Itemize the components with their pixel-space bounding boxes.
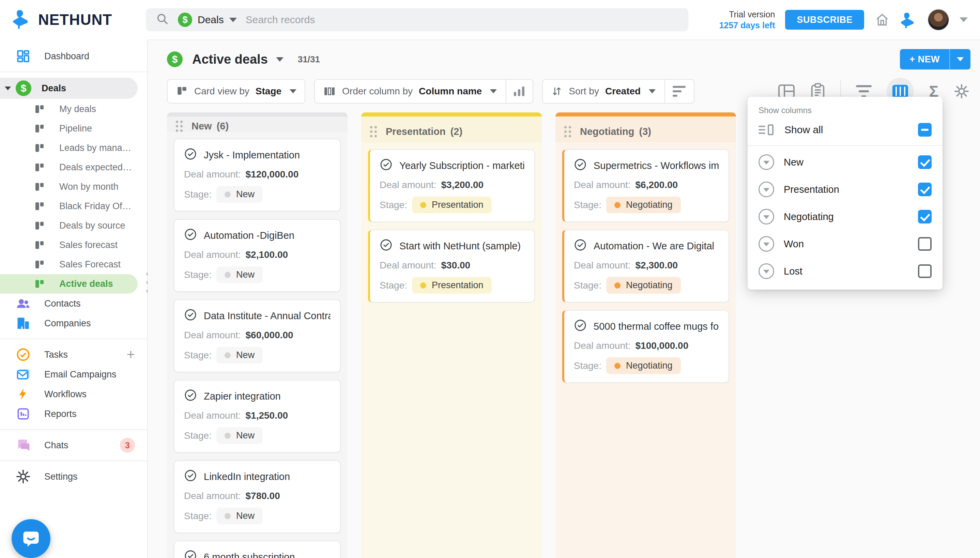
nethunt-logo[interactable]: NetHunt <box>12 9 146 30</box>
check-circle-icon[interactable] <box>574 238 587 254</box>
column-name: New <box>192 121 212 132</box>
filter-button[interactable] <box>856 85 872 97</box>
sidebar-item-tasks[interactable]: Tasks + <box>0 345 147 364</box>
sidebar-item-pipeline[interactable]: Pipeline <box>0 119 147 138</box>
sidebar-item-email-campaigns[interactable]: Email Campaigns <box>0 364 147 384</box>
subscribe-button[interactable]: SUBSCRIBE <box>785 10 864 30</box>
deal-card[interactable]: Data Institute - Annual Contract Deal am… <box>174 299 341 373</box>
show-all-row[interactable]: Show all <box>748 117 942 143</box>
column-toggle-row-won[interactable]: Won <box>748 230 942 258</box>
deal-card[interactable]: 5000 thermal coffee mugs for N… Deal amo… <box>562 310 729 383</box>
check-circle-icon[interactable] <box>574 319 587 334</box>
account-menu-caret-icon[interactable] <box>960 17 968 22</box>
check-circle-icon[interactable] <box>184 148 197 163</box>
circle-caret-icon[interactable] <box>758 154 774 170</box>
sidebar-item-active-deals[interactable]: Active deals <box>0 274 138 294</box>
sidebar-item-workflows[interactable]: Workflows <box>0 384 147 404</box>
column-toggle-checkbox[interactable] <box>918 264 932 278</box>
column-toggle-checkbox[interactable] <box>918 210 932 223</box>
board-settings-button[interactable] <box>954 83 970 100</box>
deal-card[interactable]: Start with NetHunt (sample) Deal amount:… <box>368 230 535 302</box>
deal-title: Data Institute - Annual Contract <box>204 310 330 322</box>
sidebar-item-dashboard[interactable]: Dashboard <box>0 46 147 66</box>
sidebar-item-black-friday-of[interactable]: Black Friday Of… <box>0 197 147 216</box>
new-record-button[interactable]: + NEW <box>900 49 970 69</box>
stage-badge: New <box>217 186 263 203</box>
user-avatar[interactable] <box>927 9 949 31</box>
check-circle-icon[interactable] <box>184 389 197 404</box>
search-input[interactable] <box>246 14 678 26</box>
drag-handle-icon[interactable] <box>370 126 377 137</box>
deal-stage-label: Stage: <box>574 280 601 291</box>
column-toggle-row-new[interactable]: New <box>748 149 942 176</box>
deal-card[interactable]: LinkedIn integration Deal amount:$780.00… <box>174 460 341 533</box>
kanban-column-header[interactable]: New(6) <box>167 112 348 132</box>
deal-card[interactable]: Jysk - Implementation Deal amount:$120,0… <box>174 139 341 212</box>
add-task-button[interactable]: + <box>126 348 135 362</box>
deal-title: Start with NetHunt (sample) <box>399 241 521 252</box>
email-campaigns-icon <box>15 367 31 382</box>
circle-caret-icon[interactable] <box>758 236 774 252</box>
sidebar-item-chats[interactable]: Chats 3 <box>0 435 147 455</box>
sidebar-item-my-deals[interactable]: My deals <box>0 100 147 119</box>
sidebar-item-won-by-month[interactable]: Won by month <box>0 177 147 197</box>
sidebar-item-reports[interactable]: Reports <box>0 404 147 424</box>
column-toggle-row-presentation[interactable]: Presentation <box>748 176 942 203</box>
sidebar-item-label: Won by month <box>59 182 118 192</box>
deal-card[interactable]: Zapier integration Deal amount:$1,250.00… <box>174 380 341 453</box>
sort-direction-button[interactable] <box>665 80 686 103</box>
new-record-label[interactable]: + NEW <box>900 49 949 69</box>
stage-badge: New <box>217 507 263 524</box>
sidebar-item-companies[interactable]: Companies <box>0 313 147 333</box>
sidebar-item-sales-forecast[interactable]: Sales Forecast <box>0 255 147 274</box>
sidebar-item-sales-forecast[interactable]: Sales forecast <box>0 235 147 255</box>
stage-badge: Presentation <box>412 277 492 294</box>
deal-amount-label: Deal amount: <box>379 260 437 271</box>
order-direction-button[interactable] <box>506 80 524 103</box>
card-view-by-button[interactable]: Card view by Stage <box>167 79 305 103</box>
check-circle-icon[interactable] <box>184 550 197 558</box>
check-circle-icon[interactable] <box>184 308 197 323</box>
chat-launcher-button[interactable] <box>11 519 51 558</box>
nethunt-apps-button[interactable] <box>900 11 917 28</box>
circle-caret-icon[interactable] <box>758 209 774 225</box>
check-circle-icon[interactable] <box>184 469 197 484</box>
column-toggle-row-lost[interactable]: Lost <box>748 258 942 285</box>
drag-handle-icon[interactable] <box>564 126 571 137</box>
circle-caret-icon[interactable] <box>758 263 774 279</box>
deal-card[interactable]: 6 month subscription Deal amount:$1,500.… <box>174 541 341 558</box>
column-toggle-checkbox[interactable] <box>918 182 932 196</box>
sidebar-group-deals[interactable]: $ Deals <box>0 78 138 99</box>
check-circle-icon[interactable] <box>574 158 587 173</box>
deal-card[interactable]: Yearly Subscription - marketing t… Deal … <box>368 149 535 222</box>
sort-by-button[interactable]: Sort by Created <box>542 79 694 103</box>
kanban-column-header[interactable]: Negotiating(3) <box>555 112 736 143</box>
sidebar-item-deals-expected[interactable]: Deals expected… <box>0 158 147 177</box>
check-circle-icon[interactable] <box>379 238 392 254</box>
column-toggle-checkbox[interactable] <box>918 237 932 251</box>
chevron-down-icon[interactable] <box>5 87 11 90</box>
new-record-caret[interactable] <box>949 49 970 69</box>
check-circle-icon[interactable] <box>184 228 197 243</box>
view-switcher-caret-icon[interactable] <box>276 57 284 62</box>
global-search-bar[interactable]: $ Deals <box>146 8 688 31</box>
drag-handle-icon[interactable] <box>176 121 183 132</box>
show-all-checkbox[interactable] <box>918 123 932 136</box>
circle-caret-icon[interactable] <box>758 182 774 197</box>
column-toggle-checkbox[interactable] <box>918 155 932 169</box>
deal-card[interactable]: Automation - We are Digital Deal amount:… <box>562 230 729 302</box>
home-button[interactable] <box>874 12 890 28</box>
search-entity-chip[interactable]: $ Deals <box>178 13 237 27</box>
check-circle-icon[interactable] <box>379 158 392 173</box>
sidebar-item-settings[interactable]: Settings <box>0 467 147 486</box>
deal-card[interactable]: Supermetrics - Workflows imple… Deal amo… <box>562 149 729 222</box>
column-toggle-label: Presentation <box>784 184 839 195</box>
sidebar-item-contacts[interactable]: Contacts <box>0 294 147 313</box>
kanban-column-header[interactable]: Presentation(2) <box>361 112 542 143</box>
column-toggle-row-negotiating[interactable]: Negotiating <box>748 203 942 230</box>
tasks-icon <box>15 347 31 362</box>
order-column-by-button[interactable]: Order column by Column name <box>314 79 533 103</box>
sidebar-item-deals-by-source[interactable]: Deals by source <box>0 216 147 235</box>
deal-card[interactable]: Automation -DigiBen Deal amount:$2,100.0… <box>174 219 341 292</box>
sidebar-item-leads-by-mana[interactable]: Leads by mana… <box>0 138 147 158</box>
